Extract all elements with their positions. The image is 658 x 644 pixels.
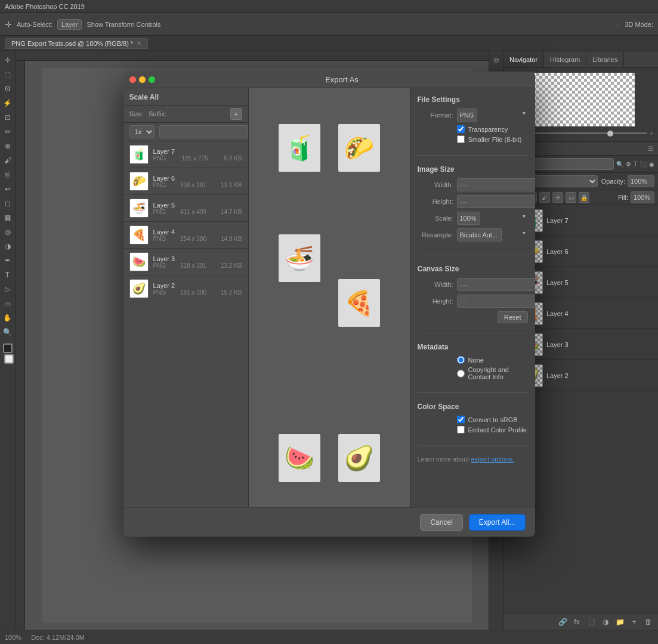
metadata-title: Metadata xyxy=(418,343,528,351)
tab-libraries[interactable]: Libraries xyxy=(586,51,624,67)
none-radio-row: None xyxy=(457,356,528,364)
dialog-layer-item[interactable]: 🍉 Layer 3 PNG 318 x 301 13.2 KB xyxy=(123,249,248,275)
eyedropper-tool[interactable]: ✏ xyxy=(1,125,14,138)
filter-icon-4[interactable]: ⬛ xyxy=(640,161,647,168)
lock-image-btn[interactable]: 🖌 xyxy=(539,192,550,203)
zoom-tool[interactable]: 🔍 xyxy=(1,326,14,339)
text-tool[interactable]: T xyxy=(1,268,14,281)
smaller-file-checkbox[interactable] xyxy=(457,135,465,143)
adjustment-btn[interactable]: ◑ xyxy=(600,616,611,628)
dialog-layer-item[interactable]: 🍜 Layer 5 PNG 411 x 409 14.7 KB xyxy=(123,195,248,222)
spot-heal-tool[interactable]: ⊕ xyxy=(1,140,14,153)
new-layer-btn[interactable]: + xyxy=(628,616,640,628)
brush-tool[interactable]: 🖌 xyxy=(1,154,14,167)
lasso-tool[interactable]: ʘ xyxy=(1,82,14,95)
zoom-thumb[interactable] xyxy=(607,131,613,137)
dlayer-6-name: Layer 6 xyxy=(153,175,242,182)
close-button[interactable] xyxy=(129,76,136,83)
delete-layer-btn[interactable]: 🗑 xyxy=(642,616,654,628)
crop-tool[interactable]: ⊡ xyxy=(1,111,14,124)
export-options-link[interactable]: export options. xyxy=(471,456,514,463)
filter-toggle[interactable]: ◉ xyxy=(649,161,654,168)
3d-mode-label: 3D Mode: xyxy=(625,21,653,28)
add-scale-btn[interactable]: + xyxy=(230,108,242,120)
filter-icon-2[interactable]: ⚙ xyxy=(626,161,631,168)
suffix-input[interactable] xyxy=(159,125,248,138)
divider-5 xyxy=(418,445,528,446)
pen-tool[interactable]: ✒ xyxy=(1,254,14,267)
minimize-button[interactable] xyxy=(139,76,146,83)
format-select[interactable]: PNG JPG GIF SVG xyxy=(457,109,477,122)
dlayer-2-name: Layer 2 xyxy=(153,282,242,289)
eraser-tool[interactable]: ◻ xyxy=(1,197,14,210)
srgb-checkbox[interactable] xyxy=(457,416,465,423)
marquee-tool[interactable]: ⬚ xyxy=(1,68,14,81)
zoom-in-btn[interactable]: + xyxy=(650,130,653,137)
tab-navigator[interactable]: Navigator xyxy=(503,51,544,67)
file-tab[interactable]: PNG Export Tests.psd @ 100% (RGB/8) * ✕ xyxy=(5,38,148,49)
shape-tool[interactable]: ▭ xyxy=(1,297,14,310)
dodge-tool[interactable]: ◑ xyxy=(1,240,14,253)
history-tool[interactable]: ↩ xyxy=(1,182,14,196)
scale-select[interactable]: 1x 2x 3x xyxy=(129,125,155,138)
group-btn[interactable]: 📁 xyxy=(614,616,626,628)
navigator-side-icon[interactable]: ◎ xyxy=(490,54,502,66)
plus-icon[interactable]: + xyxy=(230,108,242,120)
maximize-button[interactable] xyxy=(149,76,155,83)
none-radio[interactable] xyxy=(457,356,465,364)
mask-btn[interactable]: ⬚ xyxy=(585,616,597,628)
srgb-row: Convert to sRGB xyxy=(457,416,528,423)
export-all-button[interactable]: Export All... xyxy=(469,514,526,531)
canvas-width-input[interactable] xyxy=(457,278,535,291)
preview-thumb-5: 🍜 xyxy=(279,234,320,282)
show-transform-label[interactable]: Show Transform Controls xyxy=(87,21,160,28)
dialog-layer-item[interactable]: 🌮 Layer 6 PNG 300 x 191 13.1 KB xyxy=(123,168,248,195)
file-settings-title: File Settings xyxy=(418,95,528,104)
move-tool[interactable]: ✛ xyxy=(1,54,14,67)
foreground-color[interactable] xyxy=(3,343,13,353)
filter-icon-1[interactable]: 🔍 xyxy=(616,161,623,168)
dialog-layer-item[interactable]: 🥑 Layer 2 PNG 181 x 300 15.2 KB xyxy=(123,275,248,302)
fx-btn[interactable]: fx xyxy=(571,616,583,628)
doc-info: Doc: 4.12M/24.0M xyxy=(31,634,85,641)
canvas-height-input[interactable] xyxy=(457,295,535,308)
filter-icon-3[interactable]: T xyxy=(634,161,637,168)
cancel-button[interactable]: Cancel xyxy=(420,514,462,531)
layer-select[interactable]: Layer xyxy=(57,19,82,30)
hand-tool[interactable]: ✋ xyxy=(1,311,14,324)
dialog-layer-item[interactable]: 🍕 Layer 4 PNG 254 x 300 14.9 KB xyxy=(123,222,248,249)
magic-wand-tool[interactable]: ⚡ xyxy=(1,97,14,110)
layers-menu-icon[interactable]: ☰ xyxy=(648,145,653,152)
link-layers-btn[interactable]: 🔗 xyxy=(557,616,569,628)
move-tool-icon[interactable]: ✛ xyxy=(5,20,12,29)
img-height-input[interactable] xyxy=(457,195,535,208)
dialog-title: Export As xyxy=(155,75,529,84)
image-size-title: Image Size xyxy=(418,165,528,174)
dialog-layer-item[interactable]: 🧃 Layer 7 PNG 181 x 275 5.4 KB xyxy=(123,141,248,168)
reset-button[interactable]: Reset xyxy=(498,311,528,323)
tab-histogram[interactable]: Histogram xyxy=(544,51,586,67)
lock-all-btn[interactable]: 🔒 xyxy=(579,192,589,203)
clone-tool[interactable]: ⎘ xyxy=(1,168,14,181)
file-tab-close[interactable]: ✕ xyxy=(137,40,141,47)
embed-profile-checkbox[interactable] xyxy=(457,426,465,434)
img-width-input[interactable] xyxy=(457,178,535,191)
gradient-tool[interactable]: ▦ xyxy=(1,211,14,224)
toolbar: ✛ Auto-Select: Layer Show Transform Cont… xyxy=(0,13,658,36)
resample-select[interactable]: Bicubic Aut... Bicubic Bilinear xyxy=(457,228,502,242)
fill-input[interactable] xyxy=(631,191,654,203)
copyright-radio[interactable] xyxy=(457,370,465,377)
transparency-checkbox[interactable] xyxy=(457,125,465,133)
lock-artboard-btn[interactable]: ▭ xyxy=(566,192,576,203)
blur-tool[interactable]: ◎ xyxy=(1,225,14,239)
layer-2-name: Layer 2 xyxy=(546,372,654,379)
layer-3-info: Layer 3 xyxy=(546,341,654,348)
dlayer-7-name: Layer 7 xyxy=(153,148,242,155)
background-color[interactable] xyxy=(4,354,14,364)
layers-filter-input[interactable] xyxy=(523,158,614,170)
opacity-input[interactable] xyxy=(628,175,654,187)
preview-emoji-6: 🌮 xyxy=(344,134,374,162)
scale-field-select[interactable]: 100% 50% 200% xyxy=(457,212,480,225)
lock-position-btn[interactable]: ✛ xyxy=(552,192,563,203)
path-tool[interactable]: ▷ xyxy=(1,283,14,296)
